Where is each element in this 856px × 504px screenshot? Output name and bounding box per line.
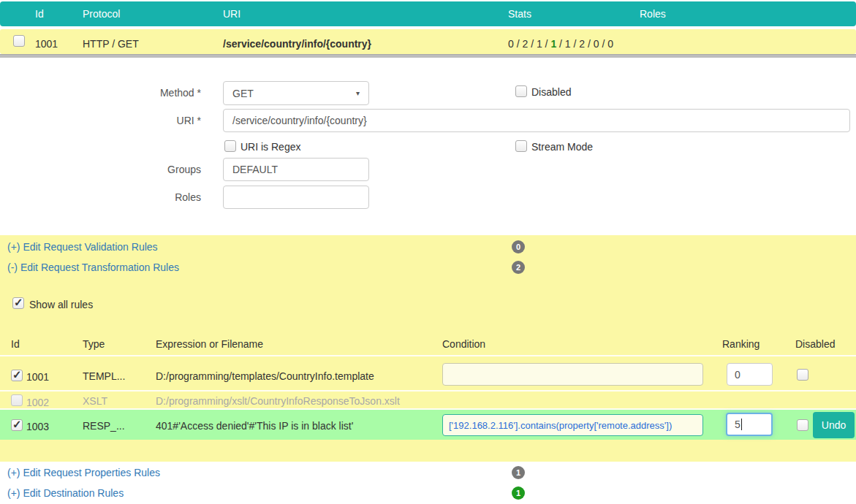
- endpoints-table-header: Id Protocol URI Stats Roles: [0, 1, 856, 26]
- method-select[interactable]: GET ▾: [223, 81, 369, 105]
- stream-mode-checkbox[interactable]: [515, 140, 527, 152]
- method-label: Method *: [113, 87, 201, 99]
- destination-count-badge: 1: [512, 486, 525, 500]
- uri-input-value: /service/country/info/{country}: [232, 115, 367, 126]
- edit-transformation-rules-link[interactable]: (-) Edit Request Transformation Rules: [7, 261, 179, 273]
- header-uri: URI: [223, 8, 240, 20]
- condition-input-value: ['192.168.2.116'].contains(property['rem…: [449, 420, 672, 431]
- validation-count-badge: 0: [512, 240, 525, 253]
- rules-header-expression: Expression or Filename: [156, 338, 263, 350]
- rule-select-checkbox[interactable]: [11, 394, 23, 406]
- header-id: Id: [35, 8, 44, 20]
- show-all-rules-label: Show all rules: [29, 299, 93, 310]
- ranking-input[interactable]: 0: [727, 363, 773, 386]
- row-separator: [0, 355, 856, 356]
- uri-regex-checkbox[interactable]: [224, 140, 236, 152]
- ranking-input[interactable]: 5: [726, 413, 773, 436]
- stats-highlight: 1: [550, 38, 556, 50]
- show-all-rules-checkbox[interactable]: [12, 297, 24, 309]
- endpoint-row: 1001 HTTP / GET /service/country/info/{c…: [0, 29, 856, 54]
- stats-prefix: 0 / 2 / 1 /: [508, 38, 550, 50]
- roles-input[interactable]: [223, 186, 369, 209]
- endpoint-config-page: Id Protocol URI Stats Roles 1001 HTTP / …: [0, 0, 856, 504]
- endpoint-protocol: HTTP / GET: [83, 38, 139, 50]
- rules-header-condition: Condition: [442, 338, 485, 350]
- rule-disabled-checkbox[interactable]: [797, 369, 808, 381]
- endpoint-id: 1001: [35, 38, 58, 50]
- uri-regex-label: URI is Regex: [240, 141, 300, 153]
- undo-button[interactable]: Undo: [813, 412, 855, 438]
- rule-id: 1003: [26, 421, 49, 432]
- disabled-checkbox[interactable]: [515, 85, 527, 97]
- edit-destination-rules-link[interactable]: (+) Edit Destination Rules: [7, 487, 124, 499]
- stream-mode-label: Stream Mode: [531, 141, 593, 153]
- roles-label: Roles: [113, 191, 201, 203]
- groups-input-value: DEFAULT: [232, 164, 278, 175]
- section-divider: [0, 54, 856, 58]
- rule-expression: D:/programming/xslt/CountryInfoResponseT…: [156, 395, 400, 407]
- rule-select-checkbox[interactable]: [11, 419, 23, 431]
- rules-header-disabled: Disabled: [795, 338, 835, 350]
- text-cursor: [741, 419, 742, 430]
- ranking-input-value: 0: [735, 369, 741, 381]
- rules-header-ranking: Ranking: [722, 338, 760, 350]
- uri-label: URI *: [113, 115, 201, 126]
- header-stats: Stats: [508, 8, 531, 20]
- rule-disabled-checkbox[interactable]: [797, 419, 808, 431]
- groups-input[interactable]: DEFAULT: [223, 158, 369, 181]
- stats-suffix: / 1 / 2 / 0 / 0: [556, 38, 613, 50]
- ranking-input-value: 5: [735, 419, 741, 430]
- row-separator: [0, 390, 856, 392]
- endpoint-stats: 0 / 2 / 1 / 1 / 1 / 2 / 0 / 0: [508, 38, 613, 50]
- condition-input[interactable]: ['192.168.2.116'].contains(property['rem…: [442, 414, 703, 436]
- endpoint-select-checkbox[interactable]: [13, 35, 25, 47]
- edit-validation-rules-link[interactable]: (+) Edit Request Validation Rules: [7, 241, 158, 253]
- rule-type: RESP_...: [83, 420, 125, 432]
- rule-id: 1002: [26, 397, 49, 408]
- header-protocol: Protocol: [83, 8, 120, 20]
- dropdown-arrow-icon: ▾: [356, 89, 360, 97]
- rule-select-checkbox[interactable]: [11, 370, 23, 381]
- rule-type: TEMPL...: [83, 370, 125, 382]
- rule-expression: 401#'Access denied'#'This IP is in black…: [156, 420, 353, 432]
- properties-count-badge: 1: [512, 466, 525, 479]
- rule-id: 1001: [26, 371, 49, 383]
- disabled-checkbox-label: Disabled: [531, 86, 571, 98]
- groups-label: Groups: [113, 164, 201, 175]
- transformation-count-badge: 2: [512, 261, 525, 274]
- edit-properties-rules-link[interactable]: (+) Edit Request Properties Rules: [7, 467, 160, 478]
- rules-header-id: Id: [11, 338, 20, 350]
- endpoint-uri: /service/country/info/{country}: [223, 38, 371, 50]
- rule-expression: D:/programming/templates/CountryInfo.tem…: [156, 370, 374, 382]
- condition-input[interactable]: [442, 363, 703, 386]
- rule-row-1003: 1003 RESP_... 401#'Access denied'#'This …: [0, 410, 856, 440]
- uri-input[interactable]: /service/country/info/{country}: [223, 109, 850, 132]
- method-select-value: GET: [232, 88, 254, 99]
- header-roles: Roles: [640, 8, 666, 20]
- rules-header-type: Type: [83, 338, 105, 350]
- rule-type: XSLT: [83, 395, 107, 407]
